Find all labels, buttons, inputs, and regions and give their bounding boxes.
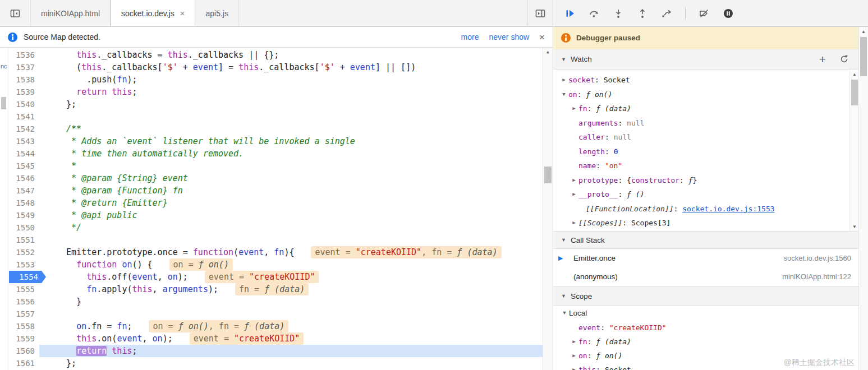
line-number[interactable]: 1542 xyxy=(8,123,39,135)
infobar-close-icon[interactable]: × xyxy=(539,33,545,42)
line-number[interactable]: 1544 xyxy=(8,147,39,160)
toggle-navigator-button[interactable] xyxy=(0,0,31,26)
scope-section-header[interactable]: ▼ Scope xyxy=(553,286,859,306)
code-text[interactable]: on.fn = fn;on = ƒ on(), fn = ƒ (data) xyxy=(39,320,543,332)
watch-item[interactable]: caller: null xyxy=(553,130,859,145)
scroll-down-icon[interactable]: ▼ xyxy=(850,222,859,231)
code-text[interactable]: return this; xyxy=(39,86,543,98)
code-text[interactable]: */ xyxy=(39,221,543,234)
code-text[interactable]: * Adds an `event` listener that will be … xyxy=(39,135,543,147)
watch-item[interactable]: ▶__proto__: ƒ () xyxy=(553,187,859,202)
resume-button[interactable] xyxy=(564,8,576,19)
code-text[interactable]: * xyxy=(39,160,543,172)
scope-item[interactable]: ▶fn: ƒ (data) xyxy=(553,335,859,349)
scope-item[interactable]: ▶this: Socket xyxy=(553,363,859,370)
line-number[interactable]: 1539 xyxy=(8,86,39,98)
watch-item[interactable]: [[FunctionLocation]]: socket.io.dev.js:1… xyxy=(553,202,859,216)
collapse-arrow-icon[interactable]: ▼ xyxy=(561,293,566,299)
code-text[interactable]: fn.apply(this, arguments);fn = ƒ (data) xyxy=(39,283,543,295)
step-over-button[interactable] xyxy=(589,8,600,19)
code-text[interactable]: return this; xyxy=(39,345,543,357)
code-text[interactable]: * time then automatically removed. xyxy=(39,147,543,160)
source-location-link[interactable]: socket.io.dev.js:1553 xyxy=(682,205,774,213)
breakpoint-gutter[interactable]: 1554 xyxy=(8,271,39,283)
line-number[interactable]: 1537 xyxy=(8,61,39,73)
line-number[interactable]: 1545 xyxy=(8,160,39,172)
scope-group-header[interactable]: ▼Local xyxy=(553,306,859,321)
code-text[interactable] xyxy=(39,308,543,320)
expand-arrow-icon[interactable]: ▶ xyxy=(561,73,567,87)
code-text[interactable]: * @param {Function} fn xyxy=(39,184,543,197)
line-number[interactable]: 1540 xyxy=(8,98,39,110)
toggle-sidebar-button[interactable] xyxy=(527,0,553,26)
collapse-arrow-icon[interactable]: ▼ xyxy=(561,237,566,243)
line-number[interactable]: 1559 xyxy=(8,332,39,345)
line-number[interactable]: 1558 xyxy=(8,320,39,332)
edge-scroll-thumb[interactable] xyxy=(1,97,6,109)
line-number[interactable]: 1547 xyxy=(8,184,39,197)
line-number[interactable]: 1553 xyxy=(8,258,39,271)
code-text[interactable]: /** xyxy=(39,123,543,135)
watch-section-header[interactable]: ▼ Watch + xyxy=(553,49,859,70)
expand-arrow-icon[interactable]: ▶ xyxy=(571,363,577,370)
collapse-arrow-icon[interactable]: ▼ xyxy=(561,306,568,321)
expand-arrow-icon[interactable]: ▶ xyxy=(571,216,577,230)
infobar-never-show-link[interactable]: never show xyxy=(489,33,529,41)
watch-item[interactable]: ▼on: ƒ on() xyxy=(553,87,859,102)
call-stack-frame[interactable]: (anonymous)miniKOIApp.html:122 xyxy=(553,267,859,286)
expand-arrow-icon[interactable]: ▶ xyxy=(571,335,577,349)
tab-socket.io.dev.js[interactable]: socket.io.dev.js× xyxy=(111,0,195,26)
step-button[interactable] xyxy=(661,8,672,19)
expand-arrow-icon[interactable]: ▶ xyxy=(571,173,577,188)
sidebar-scroll-thumb[interactable] xyxy=(860,37,867,76)
sidebar-scrollbar[interactable]: ▲ xyxy=(858,27,868,370)
line-number[interactable]: 1556 xyxy=(8,295,39,308)
tab-api5.js[interactable]: api5.js xyxy=(195,0,238,26)
expand-arrow-icon[interactable]: ▶ xyxy=(571,349,577,363)
line-number[interactable]: 1541 xyxy=(8,110,39,123)
line-number[interactable]: 1550 xyxy=(8,221,39,234)
line-number[interactable]: 1548 xyxy=(8,197,39,209)
scroll-up-icon[interactable]: ▲ xyxy=(850,70,859,78)
line-number[interactable]: 1560 xyxy=(8,345,39,357)
line-number[interactable]: 1543 xyxy=(8,135,39,147)
call-stack-section-header[interactable]: ▼ Call Stack xyxy=(553,231,859,249)
line-number[interactable]: 1557 xyxy=(8,308,39,320)
scope-item[interactable]: ▶on: ƒ on() xyxy=(553,349,859,363)
watch-item[interactable]: ▶socket: Socket xyxy=(553,73,859,87)
add-watch-expression-icon[interactable]: + xyxy=(819,53,826,65)
code-text[interactable]: }; xyxy=(39,98,543,110)
code-text[interactable]: * @return {Emitter} xyxy=(39,197,543,209)
deactivate-breakpoints-button[interactable] xyxy=(699,8,710,19)
line-number[interactable]: 1546 xyxy=(8,172,39,184)
editor-scroll-thumb[interactable] xyxy=(544,166,552,183)
expand-arrow-icon[interactable]: ▶ xyxy=(571,187,577,202)
tab-close-icon[interactable]: × xyxy=(180,9,185,17)
code-text[interactable]: .push(fn); xyxy=(39,73,543,86)
scope-item[interactable]: event: "createKOIID" xyxy=(553,321,859,335)
code-text[interactable]: this.on(event, on);event = "createKOIID" xyxy=(39,332,543,345)
line-number[interactable]: 1536 xyxy=(8,49,39,61)
watch-item[interactable]: ▶[[Scopes]]: Scopes[3] xyxy=(553,216,859,230)
watch-scrollbar[interactable]: ▲ ▼ xyxy=(849,70,859,231)
code-text[interactable] xyxy=(39,234,543,246)
line-number[interactable]: 1552 xyxy=(8,246,39,258)
refresh-icon[interactable] xyxy=(839,54,849,64)
code-text[interactable]: function on() {on = ƒ on() xyxy=(39,258,543,271)
code-text[interactable] xyxy=(39,110,543,123)
collapse-arrow-icon[interactable]: ▼ xyxy=(561,87,567,102)
editor-scrollbar[interactable]: ▲ xyxy=(543,48,553,370)
step-into-button[interactable] xyxy=(613,8,624,19)
code-text[interactable]: * @api public xyxy=(39,209,543,221)
line-number[interactable]: 1561 xyxy=(8,357,39,369)
watch-item[interactable]: arguments: null xyxy=(553,116,859,131)
expand-arrow-icon[interactable]: ▶ xyxy=(571,101,577,116)
watch-item[interactable]: length: 0 xyxy=(553,145,859,159)
pause-on-exceptions-button[interactable] xyxy=(723,8,734,19)
scroll-up-icon[interactable]: ▲ xyxy=(543,48,553,57)
code-text[interactable]: } xyxy=(39,295,543,308)
watch-item[interactable]: name: "on" xyxy=(553,159,859,173)
step-out-button[interactable] xyxy=(637,8,648,19)
code-text[interactable]: * @param {String} event xyxy=(39,172,543,184)
watch-scroll-thumb[interactable] xyxy=(851,80,858,105)
